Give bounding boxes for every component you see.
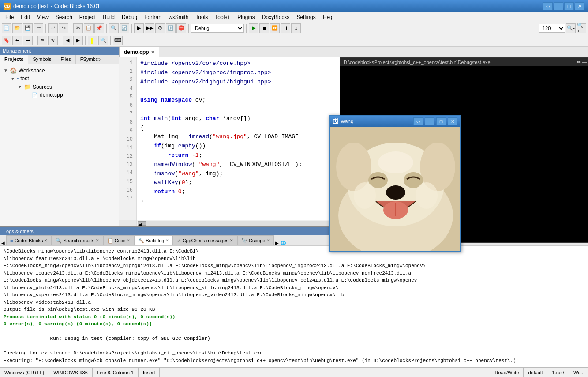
wang-minimize-btn[interactable]: — <box>425 117 434 125</box>
debug-step-button[interactable]: ⏩ <box>270 23 280 33</box>
tab-fsymbc[interactable]: FSymbc▷ <box>76 55 106 64</box>
tab-projects[interactable]: Projects <box>0 55 28 64</box>
find-toolbar-button[interactable]: 🔍 <box>98 36 108 45</box>
menu-view[interactable]: View <box>34 12 52 22</box>
status-network: 1.net/ <box>547 368 569 377</box>
jump-fwd-button[interactable]: ➡ <box>23 36 33 45</box>
zoom-in-icon[interactable]: 🔍+ <box>577 23 586 33</box>
debug-start-button[interactable]: ▶ <box>249 23 258 33</box>
file-label: demo.cpp <box>40 92 63 98</box>
find-button[interactable]: 🔍 <box>109 23 119 33</box>
log-tab-buildlog[interactable]: 🔨 Build log ✕ <box>134 235 173 245</box>
undo-button[interactable]: ↩ <box>48 23 58 33</box>
log-tab-buildlog-close[interactable]: ✕ <box>165 238 169 243</box>
tree-file[interactable]: 📄 demo.cpp <box>23 91 117 99</box>
close-button[interactable]: ✕ <box>575 2 584 10</box>
tab-files[interactable]: Files <box>56 55 76 64</box>
menu-project[interactable]: Project <box>76 12 99 22</box>
management-label: Management <box>3 48 31 53</box>
menu-edit[interactable]: Edit <box>17 12 34 22</box>
log-tab-search-close[interactable]: ✕ <box>96 238 99 243</box>
run-button[interactable]: ▶▶ <box>145 23 154 33</box>
zoom-out-icon[interactable]: 🔍- <box>566 23 576 33</box>
new-button[interactable]: 📄 <box>2 23 11 33</box>
menu-doxyblocks[interactable]: DoxyBlocks <box>258 12 293 22</box>
menu-help[interactable]: Help <box>319 12 337 22</box>
zoom-dropdown[interactable]: 120 <box>539 24 565 33</box>
wang-close-btn[interactable]: ✕ <box>448 117 457 125</box>
opencv-minimize-btn[interactable]: — <box>582 59 587 65</box>
log-tab-cppcheck[interactable]: ✔ CppCheck messages ✕ <box>173 235 237 245</box>
workspace-label: Workspace <box>19 68 45 74</box>
code-completion-button[interactable]: ⌨ <box>113 36 123 45</box>
menu-fortran[interactable]: Fortran <box>141 12 165 22</box>
log-tab-cccc[interactable]: 📋 Cccc ✕ <box>103 235 134 245</box>
resize-icon[interactable]: ⇔ <box>543 2 553 10</box>
bottom-panel: Logs & others ✕ ◀ ■ Code::Blocks ✕ 🔍 Sea… <box>0 226 588 367</box>
log-tab-cppcheck-close[interactable]: ✕ <box>230 238 233 243</box>
editor-tab-demo[interactable]: demo.cpp ✕ <box>119 47 159 57</box>
build-config-dropdown[interactable]: Debug <box>191 24 244 33</box>
window-title: demo.cpp [test] - Code::Blocks 16.01 <box>13 3 100 9</box>
opencv-path: D:\codeblocksProjects\rgbtohsi_c++_openc… <box>344 60 491 65</box>
redo-button[interactable]: ↪ <box>59 23 68 33</box>
log-tab-cscope-close[interactable]: ✕ <box>266 238 270 243</box>
save-button[interactable]: 💾 <box>23 23 33 33</box>
rebuild-button[interactable]: 🔃 <box>166 23 176 33</box>
menu-plugins[interactable]: Plugins <box>234 12 258 22</box>
uncomment-button[interactable]: */ <box>48 36 58 45</box>
log-line: Output file is bin\Debug\test.exe with s… <box>4 306 584 313</box>
log-tabs-prev[interactable]: ◀ <box>0 241 6 245</box>
log-tab-cscope[interactable]: 🔭 Cscope ✕ <box>237 235 274 245</box>
menu-wxsmith[interactable]: wxSmith <box>165 12 192 22</box>
tree-project[interactable]: ▼ ▪ test <box>9 75 117 83</box>
paste-button[interactable]: 📌 <box>94 23 104 33</box>
menu-settings[interactable]: Settings <box>293 12 319 22</box>
compile-button[interactable]: ▶ <box>134 23 144 33</box>
comment-button[interactable]: /* <box>37 36 47 45</box>
bookmark-button[interactable]: 🔖 <box>2 36 11 45</box>
wang-maximize-btn[interactable]: □ <box>436 117 446 125</box>
menu-search[interactable]: Search <box>52 12 76 22</box>
separator-5 <box>188 24 189 33</box>
menu-tools[interactable]: Tools <box>192 12 211 22</box>
copy-button[interactable]: 📋 <box>84 23 94 33</box>
menu-debug[interactable]: Debug <box>118 12 141 22</box>
editor-tab-close-icon[interactable]: ✕ <box>151 50 154 55</box>
tree-sources[interactable]: ▼ 📁 Sources <box>16 83 117 91</box>
highlight-button[interactable]: ▌ <box>88 36 97 45</box>
tree-workspace[interactable]: ▼ 🏠 Workspace <box>2 66 117 75</box>
log-tab-search[interactable]: 🔍 Search results ✕ <box>52 235 103 245</box>
debug-info-button[interactable]: ℹ <box>291 23 301 33</box>
open-button[interactable]: 📂 <box>12 23 22 33</box>
maximize-button[interactable]: □ <box>564 2 574 10</box>
log-tabs-next[interactable]: ▶ <box>274 241 280 245</box>
h-scrollbar-left[interactable]: ◀ <box>138 221 146 226</box>
svg-point-7 <box>386 185 405 200</box>
opencv-resize-icon[interactable]: ⇔ <box>577 59 581 65</box>
cut-button[interactable]: ✂ <box>73 23 83 33</box>
jump-back-button[interactable]: ⬅ <box>12 36 22 45</box>
nav-next-button[interactable]: ▶ <box>73 36 83 45</box>
log-line: \libopencv_superres2413.dll.a E:\CodeBlo… <box>4 291 584 299</box>
log-tab-cccc-close[interactable]: ✕ <box>127 238 130 243</box>
debug-pause-button[interactable]: ⏸ <box>281 23 290 33</box>
save-all-button[interactable]: 🗃 <box>34 23 43 33</box>
log-tab-codeblocks-close[interactable]: ✕ <box>44 238 48 243</box>
log-tab-codeblocks[interactable]: ■ Code::Blocks ✕ <box>6 235 52 245</box>
minimize-button[interactable]: — <box>554 2 563 10</box>
menu-tools-plus[interactable]: Tools+ <box>211 12 234 22</box>
workspace-icon: 🏠 <box>10 67 17 74</box>
wang-resize-btn[interactable]: ⇔ <box>413 117 423 125</box>
project-label: test <box>20 75 29 82</box>
replace-button[interactable]: 🔄 <box>120 23 129 33</box>
log-line <box>4 328 584 336</box>
build-button[interactable]: ⚙ <box>155 23 165 33</box>
menu-build[interactable]: Build <box>99 12 118 22</box>
stop-button[interactable]: ⛔ <box>176 23 186 33</box>
menu-file[interactable]: File <box>2 12 17 22</box>
log-tabs-globe[interactable]: 🌐 <box>280 241 286 245</box>
tab-symbols[interactable]: Symbols <box>28 55 56 64</box>
debug-stop-button[interactable]: ⏹ <box>259 23 269 33</box>
nav-prev-button[interactable]: ◀ <box>63 36 72 45</box>
